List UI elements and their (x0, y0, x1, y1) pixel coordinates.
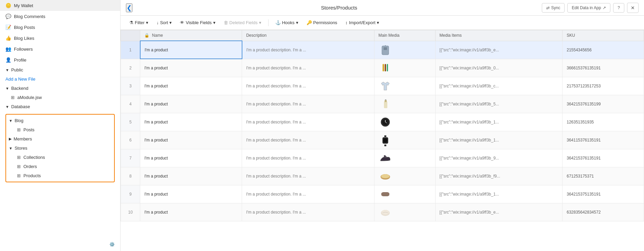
sidebar-item-blog-posts[interactable]: 📝 Blog Posts (0, 22, 120, 33)
hooks-button[interactable]: ⚓ Hooks ▾ (272, 18, 302, 27)
row-main-media[interactable] (374, 113, 435, 131)
sidebar-item-products[interactable]: ⊞ Products (6, 171, 114, 180)
col-header-media-items[interactable]: Media Items (435, 30, 563, 41)
row-sku[interactable]: 126351351935 (563, 113, 644, 131)
table-row[interactable]: 4 I'm a product I'm a product descriptio… (121, 95, 644, 113)
visible-fields-button[interactable]: 👁 Visible Fields ▾ (177, 18, 219, 27)
row-sku[interactable]: 217537123517253 (563, 77, 644, 95)
row-media-items[interactable]: [{"src":"wix:image://v1/a9ff3b_0... (435, 59, 563, 77)
row-main-media[interactable] (374, 185, 435, 203)
row-description[interactable]: I'm a product description. I'm a ... (242, 41, 374, 59)
row-main-media[interactable] (374, 77, 435, 95)
page-title: Stores/Products (136, 5, 542, 11)
deleted-fields-button[interactable]: 🗑 Deleted Fields ▾ (220, 18, 265, 27)
row-name[interactable]: I'm a product (140, 185, 242, 203)
sidebar-section-blog[interactable]: ▼ Blog (6, 116, 114, 125)
row-main-media[interactable] (374, 203, 435, 221)
sidebar-section-database[interactable]: ▼ Database (0, 102, 120, 111)
help-button[interactable]: ? (613, 3, 624, 13)
col-header-description[interactable]: Description (242, 30, 374, 41)
row-name[interactable]: I'm a product (140, 113, 242, 131)
col-header-sku[interactable]: SKU (563, 30, 644, 41)
sidebar-item-orders[interactable]: ⊞ Orders (6, 162, 114, 171)
row-description[interactable]: I'm a product description. I'm a ... (242, 167, 374, 185)
row-main-media[interactable] (374, 149, 435, 167)
table-row[interactable]: 9 I'm a product I'm a product descriptio… (121, 185, 644, 203)
permissions-button[interactable]: 🔑 Permissions (303, 18, 341, 27)
row-sku[interactable]: 364215376135199 (563, 95, 644, 113)
sidebar-item-collections[interactable]: ⊞ Collections (6, 153, 114, 162)
edit-data-button[interactable]: Edit Data in App ↗ (567, 3, 610, 13)
sidebar-item-profile[interactable]: 👤 Profile (0, 54, 120, 65)
row-media-items[interactable]: [{"src":"wix:image://v1/a9ff3b_f9... (435, 167, 563, 185)
table-row[interactable]: 6 I'm a product I'm a product descriptio… (121, 131, 644, 149)
sort-button[interactable]: ↓ Sort ▾ (153, 18, 175, 27)
sidebar-item-blog-likes[interactable]: 👍 Blog Likes (0, 33, 120, 44)
back-button[interactable]: ❮ (126, 3, 132, 12)
row-description[interactable]: I'm a product description. I'm a ... (242, 59, 374, 77)
row-sku[interactable]: 364215375135191 (563, 185, 644, 203)
sidebar-item-followers[interactable]: 👥 Followers (0, 44, 120, 54)
row-media-items[interactable]: [{"src":"wix:image://v1/a9ff3b_e... (435, 203, 563, 221)
row-description[interactable]: I'm a product description. I'm a ... (242, 131, 374, 149)
row-sku[interactable]: 364215376135191 (563, 149, 644, 167)
table-row[interactable]: 1 I'm a product I'm a product descriptio… (121, 41, 644, 59)
sidebar-item-posts[interactable]: ⊞ Posts (6, 125, 114, 134)
row-main-media[interactable] (374, 167, 435, 185)
row-media-items[interactable]: [{"src":"wix:image://v1/a9ff3b_1... (435, 113, 563, 131)
sidebar-item-my-wallet[interactable]: 🪙 My Wallet (0, 0, 120, 11)
row-main-media[interactable] (374, 95, 435, 113)
row-description[interactable]: I'm a product description. I'm a ... (242, 95, 374, 113)
row-description[interactable]: I'm a product description. I'm a ... (242, 113, 374, 131)
row-description[interactable]: I'm a product description. I'm a ... (242, 185, 374, 203)
import-export-button[interactable]: ↕ Import/Export ▾ (342, 18, 383, 27)
row-name[interactable]: I'm a product (140, 167, 242, 185)
data-table[interactable]: 🔒 Name Description Main Media Media Item… (121, 30, 644, 251)
row-description[interactable]: I'm a product description. I'm a ... (242, 203, 374, 221)
table-row[interactable]: 7 I'm a product I'm a product descriptio… (121, 149, 644, 167)
table-row[interactable]: 3 I'm a product I'm a product descriptio… (121, 77, 644, 95)
sidebar-add-new-file[interactable]: Add a New File (0, 74, 120, 84)
row-main-media[interactable] (374, 131, 435, 149)
row-media-items[interactable]: [{"src":"wix:image://v1/a9ff3b_5... (435, 95, 563, 113)
col-header-name[interactable]: 🔒 Name (140, 30, 242, 41)
row-media-items[interactable]: [{"src":"wix:image://v1/a9ff3b_9... (435, 149, 563, 167)
row-name[interactable]: I'm a product (140, 131, 242, 149)
sidebar-section-backend[interactable]: ▼ Backend (0, 84, 120, 93)
row-sku[interactable]: 366615376135191 (563, 59, 644, 77)
settings-icon[interactable]: ⚙️ (109, 242, 115, 247)
row-media-items[interactable]: [{"src":"wix:image://v1/a9ff3b_1... (435, 185, 563, 203)
row-media-items[interactable]: [{"src":"wix:image://v1/a9ff3b_e... (435, 41, 563, 59)
row-name[interactable]: I'm a product (140, 149, 242, 167)
row-sku[interactable]: 671253175371 (563, 167, 644, 185)
row-sku[interactable]: 632835642834572 (563, 203, 644, 221)
row-sku[interactable]: 364115376135191 (563, 131, 644, 149)
table-row[interactable]: 8 I'm a product I'm a product descriptio… (121, 167, 644, 185)
row-name[interactable]: I'm a product (140, 41, 242, 59)
row-name[interactable]: I'm a product (140, 203, 242, 221)
sidebar-item-blog-comments[interactable]: 💬 Blog Comments (0, 11, 120, 22)
sidebar-section-members[interactable]: ▶ Members (6, 134, 114, 144)
row-number: 7 (121, 149, 140, 167)
sidebar-section-public[interactable]: ▼ Public (0, 65, 120, 74)
row-name[interactable]: I'm a product (140, 95, 242, 113)
row-media-items[interactable]: [{"src":"wix:image://v1/a9ff3b_c... (435, 77, 563, 95)
row-name[interactable]: I'm a product (140, 77, 242, 95)
sidebar-section-stores[interactable]: ▼ Stores (6, 144, 114, 153)
row-sku[interactable]: 21554345656 (563, 41, 644, 59)
filter-button[interactable]: ⚗ Filter ▾ (126, 18, 152, 27)
table-row[interactable]: 2 I'm a product I'm a product descriptio… (121, 59, 644, 77)
row-description[interactable]: I'm a product description. I'm a ... (242, 149, 374, 167)
row-description[interactable]: I'm a product description. I'm a ... (242, 77, 374, 95)
close-button[interactable]: ✕ (627, 3, 639, 13)
table-row[interactable]: 5 I'm a product I'm a product descriptio… (121, 113, 644, 131)
row-main-media[interactable] (374, 59, 435, 77)
table-row[interactable]: 10 I'm a product I'm a product descripti… (121, 203, 644, 221)
sync-button[interactable]: ⇄ Sync (542, 3, 565, 13)
svg-rect-3 (383, 64, 384, 71)
col-header-main-media[interactable]: Main Media (374, 30, 435, 41)
row-name[interactable]: I'm a product (140, 59, 242, 77)
sidebar-item-amodule[interactable]: ⊞ aModule.jsw (0, 93, 120, 102)
row-media-items[interactable]: [{"src":"wix:image://v1/a9ff3b_1... (435, 131, 563, 149)
row-main-media[interactable] (374, 41, 435, 59)
